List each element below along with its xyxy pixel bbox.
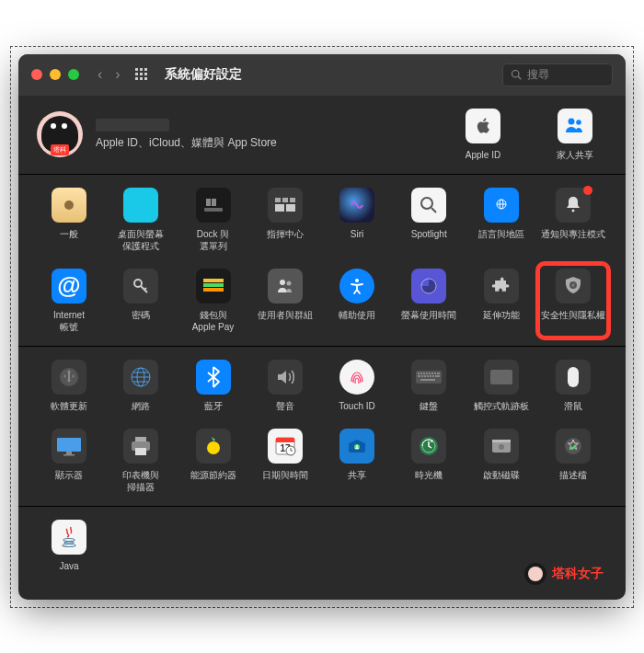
back-button[interactable]: ‹: [98, 66, 102, 83]
datetime-pref[interactable]: 17日期與時間: [253, 429, 317, 493]
wallet-icon: [196, 269, 231, 304]
mission-icon: [268, 188, 303, 223]
svg-rect-67: [63, 454, 75, 456]
network-pref[interactable]: 網路: [109, 360, 173, 412]
displays-icon: [52, 429, 86, 464]
svg-point-86: [63, 538, 75, 541]
prefs-section-3: Java 塔科女子: [18, 507, 626, 600]
notifications-pref[interactable]: 通知與專注模式: [541, 188, 605, 252]
trackpad-pref[interactable]: 觸控式軌跡板: [469, 360, 534, 412]
fullscreen-button[interactable]: [68, 69, 79, 80]
general-icon: [52, 188, 86, 223]
java-pref[interactable]: Java: [37, 520, 101, 572]
svg-point-13: [64, 200, 74, 210]
svg-rect-53: [434, 372, 436, 374]
java-icon: [52, 520, 86, 555]
screentime-icon: [411, 269, 446, 304]
accessibility-icon: [339, 269, 374, 304]
desktop-pref[interactable]: 桌面與螢幕 保護程式: [109, 188, 173, 252]
extensions-pref[interactable]: 延伸功能: [469, 269, 534, 333]
svg-point-9: [512, 71, 520, 78]
dock-pref[interactable]: Dock 與 選單列: [181, 188, 246, 252]
svg-point-87: [64, 541, 74, 543]
wallet-pref[interactable]: 錢包與 Apple Pay: [181, 269, 246, 333]
timemachine-pref[interactable]: 時光機: [397, 429, 461, 493]
svg-rect-61: [435, 375, 440, 377]
close-button[interactable]: [31, 69, 42, 80]
svg-point-71: [207, 441, 220, 454]
security-icon: [556, 269, 591, 304]
svg-rect-1: [140, 68, 143, 71]
forward-button[interactable]: ›: [115, 66, 120, 83]
timemachine-icon: [411, 429, 446, 464]
svg-rect-5: [144, 73, 147, 75]
svg-rect-7: [140, 77, 143, 80]
svg-rect-17: [275, 198, 281, 202]
mouse-pref[interactable]: 滑鼠: [541, 360, 605, 412]
grid-view-icon[interactable]: [135, 68, 148, 81]
search-icon: [511, 69, 522, 80]
software-pref[interactable]: 軟體更新: [37, 360, 101, 412]
profiles-pref[interactable]: 描述檔: [541, 429, 605, 493]
trackpad-icon: [484, 360, 519, 395]
network-icon: [123, 360, 158, 395]
search-input[interactable]: 搜尋: [502, 63, 613, 86]
svg-rect-83: [492, 440, 511, 442]
svg-rect-15: [206, 199, 211, 206]
svg-rect-48: [420, 372, 422, 374]
mission-pref[interactable]: 指揮中心: [253, 188, 317, 252]
sharing-icon: [339, 429, 374, 464]
titlebar: ‹ › 系統偏好設定 搜尋: [18, 54, 626, 96]
svg-point-88: [63, 544, 75, 546]
printers-pref[interactable]: 印表機與 掃描器: [109, 429, 173, 493]
passwords-pref[interactable]: 密碼: [109, 269, 173, 333]
svg-rect-52: [431, 372, 433, 374]
svg-rect-3: [135, 73, 138, 75]
siri-pref[interactable]: Siri: [325, 188, 389, 252]
printers-icon: [123, 429, 158, 464]
internet-pref[interactable]: @Internet 帳號: [37, 269, 101, 333]
bluetooth-icon: [196, 360, 231, 395]
users-pref[interactable]: 使用者與群組: [253, 269, 317, 333]
minimize-button[interactable]: [50, 69, 61, 80]
dock-icon: [196, 188, 231, 223]
svg-point-11: [569, 118, 575, 124]
energy-pref[interactable]: 能源節約器: [181, 429, 246, 493]
avatar[interactable]: 塔科: [37, 111, 83, 157]
desktop-icon: [123, 188, 158, 223]
svg-rect-56: [421, 375, 423, 377]
svg-rect-63: [490, 370, 512, 384]
touchid-pref[interactable]: Touch ID: [325, 360, 389, 412]
watermark-icon: [524, 563, 546, 585]
svg-rect-31: [203, 283, 224, 287]
svg-rect-30: [203, 279, 224, 282]
general-pref[interactable]: 一般: [37, 188, 101, 252]
screentime-pref[interactable]: 螢幕使用時間: [397, 269, 461, 333]
window-title: 系統偏好設定: [165, 66, 493, 83]
svg-rect-18: [282, 198, 288, 202]
spotlight-pref[interactable]: Spotlight: [397, 188, 461, 252]
prefs-section-2: 軟體更新網路藍牙聲音Touch ID鍵盤觸控式軌跡板滑鼠 顯示器印表機與 掃描器…: [18, 347, 626, 507]
security-pref[interactable]: 安全性與隱私權: [541, 269, 605, 333]
startup-pref[interactable]: 啟動磁碟: [469, 429, 534, 493]
language-pref[interactable]: 語言與地區: [469, 188, 534, 252]
svg-rect-32: [203, 288, 224, 292]
svg-rect-2: [144, 68, 147, 71]
svg-rect-4: [140, 73, 143, 75]
sound-pref[interactable]: 聲音: [253, 360, 317, 412]
displays-pref[interactable]: 顯示器: [37, 429, 101, 493]
bluetooth-pref[interactable]: 藍牙: [181, 360, 246, 412]
window-controls: [31, 69, 79, 80]
svg-rect-51: [429, 372, 431, 374]
svg-rect-8: [144, 77, 147, 80]
sharing-pref[interactable]: 共享: [325, 429, 389, 493]
apple-id-button[interactable]: Apple ID: [451, 109, 515, 161]
account-info[interactable]: Apple ID、iCloud、媒體與 App Store: [96, 119, 438, 151]
svg-rect-59: [430, 375, 431, 377]
svg-rect-20: [275, 204, 284, 212]
accessibility-pref[interactable]: 輔助使用: [325, 269, 389, 333]
keyboard-pref[interactable]: 鍵盤: [397, 360, 461, 412]
svg-rect-62: [420, 379, 435, 381]
mouse-icon: [556, 360, 591, 395]
family-sharing-button[interactable]: 家人共享: [543, 109, 607, 161]
